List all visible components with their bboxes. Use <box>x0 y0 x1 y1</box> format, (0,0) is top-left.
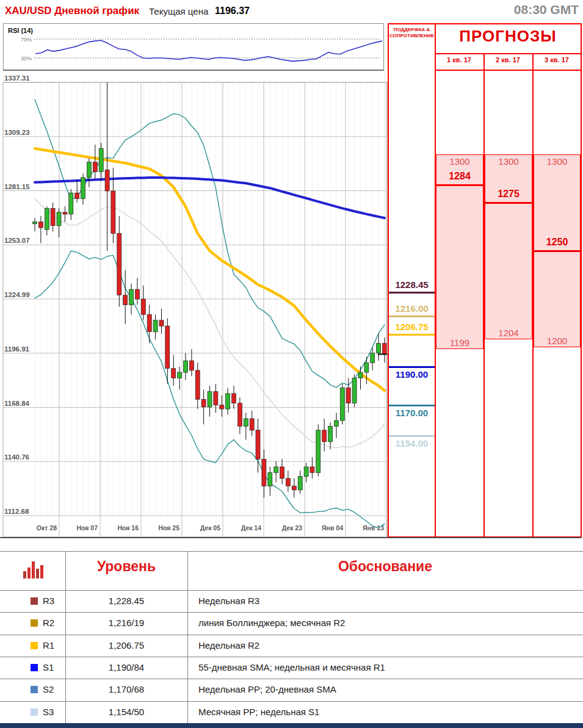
svg-text:Янв 13: Янв 13 <box>363 524 384 532</box>
table-border <box>65 551 66 723</box>
price-chart: 1337.311309.231281.151253.071224.991196.… <box>0 0 394 543</box>
svg-text:1253.07: 1253.07 <box>4 237 30 244</box>
sr-level-label-1190.00: 1190.00 <box>389 369 435 380</box>
level-name: S3 <box>43 707 54 717</box>
forecast-low: 1199 <box>436 337 483 348</box>
svg-text:Янв 04: Янв 04 <box>322 524 343 532</box>
forecast-quarter-1: 1 кв. 17 <box>435 56 483 63</box>
level-name: R2 <box>43 618 54 628</box>
level-reason: линия Боллинджера; месячная R2 <box>198 618 345 628</box>
table-row-S3: S31,154/50Месячная PP; недельная S1 <box>0 701 583 723</box>
level-name: S1 <box>43 662 54 672</box>
table-row-R3: R31,228.45Недельная R3 <box>0 590 583 612</box>
sr-level-line-1206.75 <box>389 334 435 336</box>
support-resistance-header: ПОДДЕРЖКА & СОПРОТИВЛЕНИЕ <box>389 27 435 40</box>
level-marker <box>31 664 38 671</box>
svg-text:1140.76: 1140.76 <box>4 453 29 461</box>
table-border <box>0 657 583 657</box>
forecast-title: ПРОГНОЗЫ <box>435 27 581 46</box>
panel-divider <box>435 53 582 54</box>
forecast-mid-line <box>436 184 483 186</box>
svg-text:1281.15: 1281.15 <box>4 183 30 190</box>
table-border <box>187 551 188 723</box>
forecast-mid-line <box>534 250 581 252</box>
sr-header-line2: СОПРОТИВЛЕНИЕ <box>389 33 434 38</box>
svg-text:1168.84: 1168.84 <box>4 400 30 407</box>
forecast-mid: 1250 <box>534 237 581 248</box>
forecast-high: 1300 <box>534 156 580 167</box>
forecast-low: 1200 <box>534 336 580 346</box>
svg-text:1224.99: 1224.99 <box>4 291 30 298</box>
forecast-quarter-2: 2 кв. 17 <box>483 56 532 63</box>
svg-text:Дек 05: Дек 05 <box>200 524 220 532</box>
sr-level-label-1206.75: 1206.75 <box>389 322 435 332</box>
svg-text:1309.23: 1309.23 <box>4 129 30 136</box>
svg-text:1112.68: 1112.68 <box>4 508 29 515</box>
svg-text:1337.31: 1337.31 <box>4 74 30 82</box>
svg-text:Ноя 16: Ноя 16 <box>117 524 139 532</box>
forecast-range-q1: 13001199 <box>436 154 483 349</box>
level-value: 1,170/68 <box>65 684 187 694</box>
sr-level-label-1216.00: 1216.00 <box>389 303 435 314</box>
level-name: R1 <box>43 640 54 651</box>
panel-bottom-border <box>0 537 582 538</box>
svg-text:Ноя 07: Ноя 07 <box>76 524 98 532</box>
level-marker <box>31 686 38 693</box>
sr-level-line-1216.00 <box>389 315 435 317</box>
sr-level-line-1190.00 <box>389 366 435 368</box>
level-reason: Недельная PP; 20-дневная SMA <box>198 684 336 694</box>
level-reason: Недельная R3 <box>198 596 259 606</box>
timestamp: 08:30 GMT <box>514 2 579 17</box>
level-marker <box>31 708 38 716</box>
forecast-mid: 1275 <box>485 189 532 200</box>
table-row-S2: S21,170/68Недельная PP; 20-дневная SMA <box>0 679 583 701</box>
level-value: 1,154/50 <box>65 707 187 717</box>
forecast-mid: 1284 <box>436 171 483 182</box>
table-header-reason: Обоснование <box>187 558 583 575</box>
forecast-high: 1300 <box>485 156 532 167</box>
svg-text:Дек 23: Дек 23 <box>282 524 302 532</box>
level-reason: Недельная R2 <box>198 640 259 651</box>
level-marker <box>31 597 38 605</box>
table-header-level: Уровень <box>65 558 187 575</box>
level-value: 1,228.45 <box>65 596 187 606</box>
forecast-quarter-3: 3 кв. 17 <box>532 56 581 63</box>
table-row-R2: R21,216/19линия Боллинджера; месячная R2 <box>0 612 583 634</box>
footer-bar <box>0 723 583 728</box>
sr-level-label-1228.45: 1228.45 <box>389 279 435 290</box>
table-border <box>0 612 583 613</box>
table-border <box>0 590 583 591</box>
sr-level-line-1170.00 <box>389 405 435 406</box>
level-name: R3 <box>43 596 54 606</box>
levels-chart-icon <box>23 559 45 582</box>
table-row-R1: R11,206.75Недельная R2 <box>0 635 583 657</box>
sr-level-label-1154.00: 1154.00 <box>389 438 435 449</box>
level-marker <box>31 619 38 627</box>
level-name: S2 <box>43 684 54 694</box>
level-reason: 55-дневная SMA; недельная и месячная R1 <box>198 662 385 672</box>
svg-text:Ноя 25: Ноя 25 <box>158 524 179 532</box>
forecast-low: 1204 <box>485 328 532 338</box>
level-value: 1,190/84 <box>65 662 187 672</box>
sr-level-label-1170.00: 1170.00 <box>389 408 435 418</box>
table-border <box>0 635 583 635</box>
sr-header-line1: ПОДДЕРЖКА & <box>394 27 430 32</box>
page: XAU/USD Дневной график Текущая цена 1196… <box>0 0 583 728</box>
forecast-range-q2: 13001204 <box>485 154 532 339</box>
table-border <box>0 701 583 702</box>
level-value: 1,206.75 <box>65 640 187 651</box>
sr-level-line-1228.45 <box>389 292 435 294</box>
forecast-mid-line <box>485 202 532 204</box>
svg-text:1196.91: 1196.91 <box>4 345 30 353</box>
forecast-high: 1300 <box>436 156 483 167</box>
table-border <box>0 679 583 679</box>
svg-text:Окт 28: Окт 28 <box>37 524 57 532</box>
sr-level-line-1154.00 <box>389 435 435 437</box>
table-row-S1: S11,190/8455-дневная SMA; недельная и ме… <box>0 657 583 679</box>
table-border <box>0 551 583 552</box>
level-value: 1,216/19 <box>65 618 187 628</box>
level-marker <box>31 642 38 649</box>
panel-divider <box>435 70 582 71</box>
svg-text:Дек 14: Дек 14 <box>241 524 261 532</box>
level-reason: Месячная PP; недельная S1 <box>198 707 319 717</box>
